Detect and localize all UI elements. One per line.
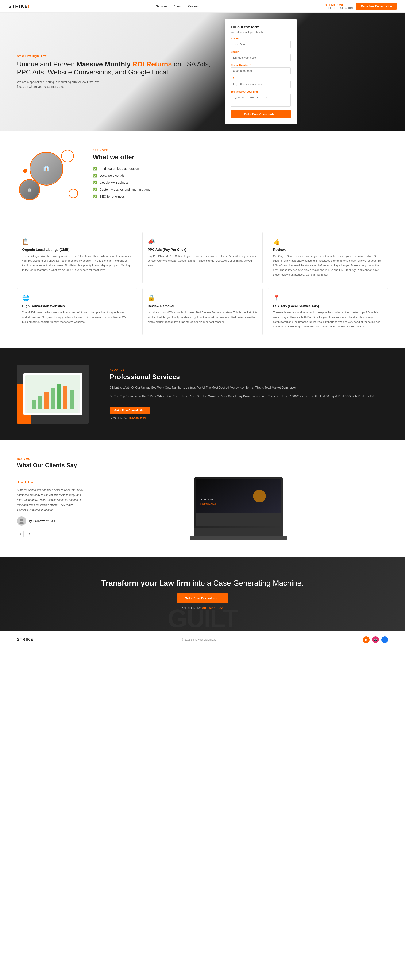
nav-about[interactable]: About	[174, 5, 182, 8]
services-content: See More What we offer ✅ Paid search lea…	[93, 149, 388, 201]
about-phone[interactable]: 801-599-9233	[129, 417, 146, 420]
hero-title: Unique and Proven Massive Monthly ROI Re…	[17, 60, 214, 76]
analytics-chart-icon	[27, 379, 78, 413]
footer: STRIKE! © 2022 Strike First Digital Law …	[0, 631, 405, 648]
footer-copyright: © 2022 Strike First Digital Law	[182, 638, 216, 641]
logo-accent: !	[28, 3, 30, 9]
author-name: Ty, Farnsworth, JD	[29, 519, 55, 523]
card-text-3: You MUST have the best website in your n…	[22, 310, 132, 324]
service-text-0: Paid search lead generation	[100, 167, 139, 170]
message-field-group: Tell us about your firm	[231, 90, 291, 108]
name-field-group: Name *	[231, 37, 291, 48]
card-icon-0: 📋	[22, 238, 132, 245]
nav-reviews[interactable]: Reviews	[188, 5, 199, 8]
svg-text:A car came: A car came	[200, 498, 213, 501]
about-desc-2: Be The Top Business In The 3 Pack When Y…	[110, 394, 388, 399]
tablet-mockup	[23, 373, 82, 415]
about-title: Professional Services	[110, 373, 388, 381]
check-icon-3: ✅	[93, 188, 97, 191]
cta-title: Transform your Law firm into a Case Gene…	[17, 578, 388, 588]
card-text-5: These Ads are new and very hard to keep …	[273, 310, 383, 329]
tablet-screen	[25, 375, 80, 413]
service-item-1: ✅ Local Service ads	[93, 173, 388, 178]
hero-content: Strike First Digital Law Unique and Prov…	[0, 13, 223, 131]
youtube-icon[interactable]: ▶	[363, 636, 370, 643]
footer-logo: STRIKE!	[17, 637, 35, 642]
testimonials-section: Reviews What Our Clients Say ★★★★★ "This…	[0, 441, 405, 557]
svg-rect-13	[196, 513, 281, 526]
card-5: 📍 LSA Ads (Local Service Ads) These Ads …	[268, 288, 388, 335]
header-right: 801-599-9233 FREE CONSULTATION Get a Fre…	[325, 3, 397, 10]
phone-label: Phone Number *	[231, 64, 291, 67]
email-input[interactable]	[231, 54, 291, 61]
svg-point-8	[20, 519, 23, 521]
about-label: About Us	[110, 368, 388, 371]
card-text-0: These listings drive the majority of cli…	[22, 254, 132, 272]
form-title: Fill out the form	[231, 25, 291, 29]
card-text-2: Get Only 5 Star Reviews. Protect your mo…	[273, 254, 383, 277]
email-field-group: Email *	[231, 50, 291, 61]
contact-form: Fill out the form We will contact you sh…	[225, 19, 297, 124]
laptop-screen: A car came business 1000%	[194, 477, 283, 528]
laptop-mockup: A car came business 1000%	[194, 477, 283, 536]
form-submit-button[interactable]: Get a Free Consultation	[231, 110, 291, 118]
testimonial-nav: < >	[17, 531, 85, 538]
header-phone-label: FREE CONSULTATION	[325, 7, 353, 9]
check-icon-2: ✅	[93, 180, 97, 185]
hero-form-wrap: Fill out the form We will contact you sh…	[223, 13, 303, 131]
phone-field-group: Phone Number *	[231, 64, 291, 75]
card-title-4: Review Removal	[148, 304, 258, 308]
hero-section: Strike First Digital Law Unique and Prov…	[0, 13, 405, 131]
card-title-0: Organic Local Listings (GMB)	[22, 248, 132, 252]
card-3: 🌐 High Conversion Websites You MUST have…	[17, 288, 137, 335]
svg-rect-4	[51, 388, 55, 409]
about-image-wrap	[17, 364, 97, 423]
about-cta-button[interactable]: Get a Free Consultation	[110, 407, 150, 414]
laptop-base	[190, 536, 287, 540]
facebook-icon[interactable]: f	[381, 636, 388, 643]
avatar-icon	[18, 518, 25, 524]
about-content: About Us Professional Services 6 Months …	[110, 368, 388, 420]
svg-point-12	[253, 490, 266, 503]
card-icon-2: 👍	[273, 238, 383, 245]
url-input[interactable]	[231, 81, 291, 88]
card-0: 📋 Organic Local Listings (GMB) These lis…	[17, 232, 137, 283]
svg-text:business 1000%: business 1000%	[200, 503, 216, 505]
testimonial-box: ★★★★★ "This marketing firm has been grea…	[17, 480, 85, 538]
header-cta-button[interactable]: Get a Free Consultation	[356, 3, 397, 10]
card-icon-4: 🔒	[148, 294, 258, 301]
card-icon-3: 🌐	[22, 294, 132, 301]
cta-button[interactable]: Get a Free Consultation	[177, 593, 228, 603]
svg-rect-1	[32, 400, 36, 409]
card-title-5: LSA Ads (Local Service Ads)	[273, 304, 383, 308]
phone-input[interactable]	[231, 67, 291, 75]
check-icon-0: ✅	[93, 167, 97, 170]
cta-section: GUILT Transform your Law firm into a Cas…	[0, 557, 405, 631]
card-title-3: High Conversion Websites	[22, 304, 132, 308]
card-1: 📣 PPC Ads (Pay Per Click) Pay Per Click …	[142, 232, 263, 283]
message-input[interactable]	[231, 94, 291, 107]
name-label: Name *	[231, 37, 291, 40]
next-testimonial-button[interactable]: >	[26, 531, 33, 538]
instagram-icon[interactable]: 📷	[372, 636, 379, 643]
check-icon-4: ✅	[93, 194, 97, 199]
service-item-3: ✅ Custom websites and landing pages	[93, 188, 388, 191]
card-icon-1: 📣	[148, 238, 258, 245]
prev-testimonial-button[interactable]: <	[17, 531, 24, 538]
decorative-circle-2	[69, 189, 78, 198]
decorative-circle-1	[61, 150, 74, 162]
card-title-1: PPC Ads (Pay Per Click)	[148, 248, 258, 252]
nav-services[interactable]: Services	[156, 5, 167, 8]
card-4: 🔒 Review Removal Introducing our NEW alg…	[142, 288, 263, 335]
testimonials-label: Reviews	[17, 457, 388, 460]
header-phone-number[interactable]: 801-599-9233	[325, 3, 353, 7]
card-icon-5: 📍	[273, 294, 383, 301]
services-list: ✅ Paid search lead generation ✅ Local Se…	[93, 167, 388, 199]
svg-rect-3	[44, 392, 48, 409]
cards-grid: 📋 Organic Local Listings (GMB) These lis…	[17, 232, 388, 335]
name-input[interactable]	[231, 41, 291, 48]
about-desc-1: 6 Months Worth Of Our Unique Seo Work Ge…	[110, 385, 388, 390]
main-nav: Services About Reviews	[156, 5, 199, 8]
decorative-dot-1	[23, 169, 27, 173]
services-title: What we offer	[93, 153, 388, 161]
